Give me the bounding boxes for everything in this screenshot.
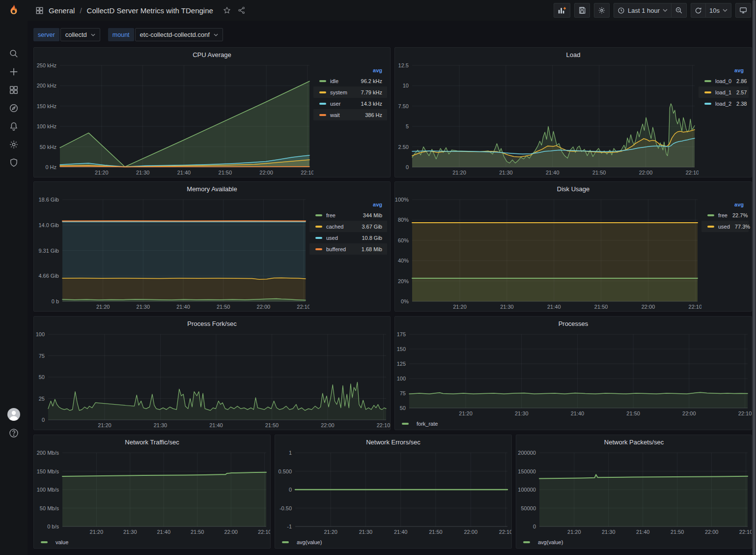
y-axis-label: 75 — [400, 390, 406, 396]
chart-plot[interactable]: -1-0.5000.500121:2021:3021:4021:5022:002… — [275, 449, 511, 536]
chart-plot[interactable]: 507510012515017521:2021:3021:4021:5022:0… — [395, 330, 752, 418]
zoom-out-button[interactable] — [671, 3, 687, 18]
user-avatar[interactable] — [7, 408, 20, 421]
y-axis-label: 150 kHz — [37, 103, 56, 109]
panel-title[interactable]: Load — [395, 48, 752, 61]
legend-item[interactable]: system7.79 kHz — [313, 87, 387, 98]
dashboard-title[interactable]: CollectD Server Metrics with TDengine — [87, 6, 213, 15]
scrollbar[interactable] — [752, 0, 756, 555]
legend-label: idle — [330, 78, 338, 84]
panel-title[interactable]: Processes — [395, 317, 752, 330]
legend-item[interactable]: avg(value) — [282, 539, 322, 545]
dashboard-settings-button[interactable] — [594, 3, 610, 18]
chart-svg[interactable]: -1-0.5000.500121:2021:3021:4021:5022:002… — [275, 449, 511, 536]
legend-item[interactable]: cached3.67 Gib — [309, 221, 387, 232]
chart-plot[interactable]: 0 b/s50 Mb/s100 Mb/s150 Mb/s200 Mb/s21:2… — [34, 449, 270, 536]
sidebar-item-alerting[interactable] — [0, 117, 28, 135]
chevron-down-icon — [723, 9, 728, 12]
y-axis-label: 7.50 — [398, 103, 409, 109]
time-range-picker[interactable]: Last 1 hour — [614, 3, 672, 18]
panel-title[interactable]: Disk Usage — [395, 182, 752, 196]
star-icon[interactable] — [223, 6, 231, 14]
monitor-icon — [739, 6, 747, 14]
legend-label: free — [326, 212, 336, 218]
y-axis-label: 4.66 Gib — [38, 273, 59, 279]
y-axis-label: -0.50 — [280, 505, 292, 511]
legend-item[interactable]: fork_rate — [402, 421, 438, 427]
legend-item[interactable]: wait386 Hz — [313, 109, 387, 120]
x-axis-label: 21:50 — [429, 529, 443, 535]
y-axis-label: 200 Mb/s — [37, 450, 59, 456]
legend-item[interactable]: user14.3 kHz — [313, 98, 387, 109]
variable-mount-select[interactable]: etc-collectd-collectd.conf — [135, 28, 223, 41]
chart-svg[interactable]: 0 Hz50 kHz100 kHz150 kHz200 kHz250 kHz21… — [34, 61, 313, 177]
sidebar-item-dashboards[interactable] — [0, 81, 28, 99]
refresh-interval-picker[interactable]: 10s — [705, 3, 731, 18]
legend-item[interactable]: free22.7% — [701, 209, 749, 221]
panel-title[interactable]: Memory Available — [34, 182, 390, 196]
chart-plot[interactable]: 05000010000015000020000021:2021:3021:402… — [516, 449, 752, 536]
refresh-button[interactable] — [691, 3, 706, 18]
sidebar-item-help[interactable] — [8, 427, 19, 439]
scrollbar-thumb[interactable] — [753, 0, 756, 555]
y-axis-label: 9.31 Gib — [38, 248, 59, 254]
legend-item[interactable]: value — [41, 539, 68, 545]
x-axis-label: 21:20 — [324, 529, 337, 535]
variable-value: etc-collectd-collectd.conf — [140, 31, 210, 38]
legend-item[interactable]: idle96.2 kHz — [313, 75, 387, 87]
legend-item[interactable]: free344 Mib — [309, 209, 387, 221]
chart-plot[interactable]: 0%20%40%60%80%100%21:2021:3021:4021:5022… — [395, 196, 701, 311]
sidebar-item-explore[interactable] — [0, 99, 28, 117]
x-axis-label: 21:30 — [500, 304, 514, 310]
chart-plot[interactable]: 0 Hz50 kHz100 kHz150 kHz200 kHz250 kHz21… — [34, 61, 313, 177]
y-axis-label: 25 — [39, 396, 45, 402]
share-icon[interactable] — [238, 6, 246, 14]
sidebar-item-configuration[interactable] — [0, 135, 28, 153]
legend-value: 2.57 — [731, 89, 747, 95]
shield-icon — [9, 158, 19, 168]
chart-plot[interactable]: 025507510021:2021:3021:4021:5022:0022:10 — [34, 330, 390, 430]
breadcrumb-folder[interactable]: General — [49, 6, 75, 15]
panel-title[interactable]: Network Packets/sec — [516, 435, 752, 449]
x-axis-label: 21:40 — [157, 529, 170, 535]
y-axis-label: 14.0 Gib — [38, 222, 59, 228]
legend-item[interactable]: used10.8 Gib — [309, 232, 387, 243]
x-axis-label: 21:30 — [154, 422, 168, 428]
y-axis-label: 0 Hz — [45, 164, 56, 170]
legend-item[interactable]: buffered1.68 Mib — [309, 243, 387, 255]
panel-title[interactable]: CPU Average — [34, 48, 390, 61]
sidebar-item-search[interactable] — [0, 44, 28, 62]
chart-svg[interactable]: 507510012515017521:2021:3021:4021:5022:0… — [395, 330, 752, 418]
legend-item[interactable]: avg(value) — [523, 539, 563, 545]
y-axis-label: 100 — [397, 376, 406, 381]
legend-item[interactable]: used77.3% — [701, 221, 749, 232]
add-panel-button[interactable] — [554, 3, 570, 18]
panel-title[interactable]: Process Fork/sec — [34, 317, 390, 330]
chart-svg[interactable]: 0%20%40%60%80%100%21:2021:3021:4021:5022… — [395, 196, 701, 311]
chart-svg[interactable]: 02.5057.501012.521:2021:3021:4021:5022:0… — [395, 61, 699, 177]
grafana-logo-icon[interactable] — [7, 4, 21, 18]
legend-item[interactable]: load_22.38 — [699, 98, 749, 109]
chart-svg[interactable]: 0 b/s50 Mb/s100 Mb/s150 Mb/s200 Mb/s21:2… — [34, 449, 270, 536]
x-axis-label: 22:10 — [377, 422, 390, 428]
gear-icon — [598, 6, 606, 14]
sidebar-item-server-admin[interactable] — [0, 153, 28, 172]
panel-title[interactable]: Network Traffic/sec — [34, 435, 270, 449]
panel-title[interactable]: Network Errors/sec — [275, 435, 511, 449]
chart-svg[interactable]: 05000010000015000020000021:2021:3021:402… — [516, 449, 752, 536]
variable-server-select[interactable]: collectd — [60, 28, 100, 41]
legend-item[interactable]: load_02.86 — [699, 75, 749, 87]
legend-swatch — [319, 91, 326, 93]
sidebar-item-create[interactable] — [0, 62, 28, 81]
chart-plot[interactable]: 02.5057.501012.521:2021:3021:4021:5022:0… — [395, 61, 699, 177]
cycle-view-mode-button[interactable] — [735, 3, 751, 18]
chart-svg[interactable]: 0 b4.66 Gib9.31 Gib14.0 Gib18.6 Gib21:20… — [34, 196, 309, 311]
chart-plot[interactable]: 0 b4.66 Gib9.31 Gib14.0 Gib18.6 Gib21:20… — [34, 196, 309, 311]
save-dashboard-button[interactable] — [574, 3, 590, 18]
legend-value: 2.38 — [731, 101, 747, 107]
bell-icon — [9, 121, 19, 131]
chart-svg[interactable]: 025507510021:2021:3021:4021:5022:0022:10 — [34, 330, 390, 430]
y-axis-label: 100 kHz — [37, 123, 56, 129]
legend: avg(value) — [516, 536, 752, 548]
legend-item[interactable]: load_12.57 — [699, 87, 749, 98]
